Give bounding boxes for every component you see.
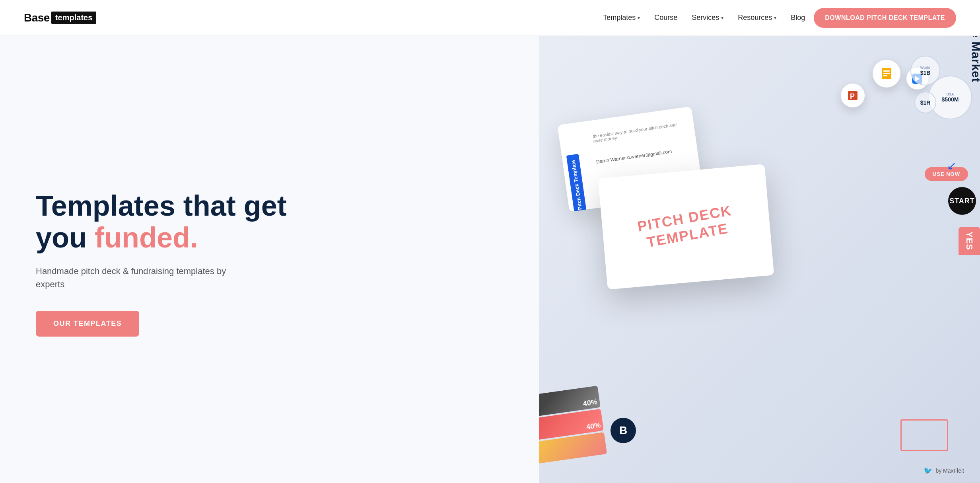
hero-collage: P USA $500M World $1B — [539, 36, 980, 483]
nav-item-resources[interactable]: Resources ▾ — [732, 10, 782, 25]
bubble-world-label: World — [920, 66, 930, 70]
logo-templates-badge: templates — [51, 12, 96, 24]
navigation: Base templates Templates ▾ Course Servic… — [0, 0, 980, 36]
arrow-icon: ↙ — [947, 159, 956, 172]
start-sticker: START — [948, 187, 976, 215]
bubble-world: World $1B — [910, 56, 940, 86]
nav-item-course[interactable]: Course — [649, 10, 683, 25]
hero-section: Templates that get you funded. Handmade … — [0, 36, 980, 483]
pitch-deck-badge: Pitch Deck Template — [566, 154, 587, 212]
bubble-usa-value: $500M — [942, 96, 959, 103]
bubble-small: $1R — [914, 92, 936, 113]
chevron-down-icon: ▾ — [638, 15, 640, 21]
bubble-small-value: $1R — [920, 99, 931, 106]
chevron-down-icon-3: ▾ — [774, 15, 776, 21]
market-chart: USA $500M World $1B $1R — [900, 52, 980, 151]
nav-link-course[interactable]: Course — [649, 10, 683, 25]
hero-subtitle: Handmade pitch deck & fundraising templa… — [36, 265, 227, 291]
pitch-deck-card-large: PITCH DECKTEMPLATE — [598, 164, 774, 290]
logo[interactable]: Base templates — [24, 12, 96, 24]
nav-cta-item[interactable]: DOWNLOAD PITCH DECK TEMPLATE — [814, 8, 956, 28]
our-templates-button[interactable]: OUR TEMPLATES — [36, 311, 139, 337]
bubble-world-value: $1B — [920, 70, 931, 76]
twitter-icon: 🐦 — [924, 466, 932, 475]
nav-item-blog[interactable]: Blog — [785, 10, 811, 25]
chevron-down-icon-2: ▾ — [721, 15, 723, 21]
nav-links: Templates ▾ Course Services ▾ Resources … — [597, 8, 956, 28]
nav-item-services[interactable]: Services ▾ — [686, 10, 729, 25]
watermark-text: by MaxFleit — [935, 467, 964, 474]
hero-funded-word: funded. — [95, 222, 198, 253]
card-sub-text: the easiest way to build your pitch deck… — [592, 121, 685, 143]
card-main-content: the easiest way to build your pitch deck… — [592, 121, 688, 165]
nav-item-templates[interactable]: Templates ▾ — [597, 10, 646, 25]
google-slides-icon — [873, 60, 900, 88]
market-text: The Market — [969, 36, 980, 82]
nav-link-services[interactable]: Services ▾ — [686, 10, 729, 25]
svg-rect-3 — [883, 75, 887, 76]
b-circle-icon: B — [611, 418, 636, 443]
hero-content: Templates that get you funded. Handmade … — [0, 36, 539, 483]
nav-link-blog[interactable]: Blog — [785, 10, 811, 25]
nav-link-templates[interactable]: Templates ▾ — [597, 10, 646, 25]
watermark: 🐦 by MaxFleit — [924, 466, 964, 475]
powerpoint-icon: P — [841, 84, 865, 107]
download-pitch-deck-button[interactable]: DOWNLOAD PITCH DECK TEMPLATE — [814, 8, 956, 28]
svg-text:P: P — [850, 92, 855, 100]
logo-base: Base — [24, 12, 50, 24]
svg-rect-2 — [883, 73, 890, 74]
orange-rectangle — [900, 419, 948, 451]
yes-sticker: YES — [959, 227, 980, 255]
card-author-name: Darrin Warner d.warner@gmail.com — [596, 146, 688, 165]
collage-background: P USA $500M World $1B — [539, 36, 980, 483]
photos-strip: 40% 40% — [539, 386, 607, 464]
svg-rect-1 — [883, 70, 890, 72]
use-now-button[interactable]: USE NOW — [925, 167, 968, 181]
hero-title: Templates that get you funded. — [36, 190, 515, 253]
bubble-usa-label: USA — [946, 92, 954, 96]
nav-link-resources[interactable]: Resources ▾ — [732, 10, 782, 25]
pitch-deck-large-title: PITCH DECKTEMPLATE — [636, 202, 736, 252]
